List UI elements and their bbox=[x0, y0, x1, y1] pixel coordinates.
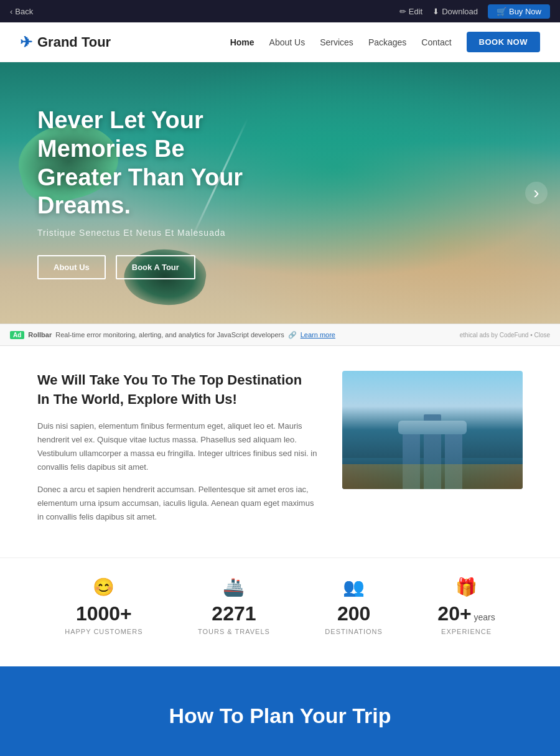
tours-number: 2271 bbox=[198, 602, 270, 625]
plan-section: How To Plan Your Trip ✈ PICK DESTINATION… bbox=[0, 666, 560, 756]
download-icon: ⬇ bbox=[432, 7, 439, 16]
logo-text: Grand Tour bbox=[37, 34, 111, 50]
destinations-label: DESTINATIONS bbox=[325, 628, 382, 635]
about-us-button[interactable]: About Us bbox=[37, 255, 106, 279]
back-arrow-icon: ‹ bbox=[10, 7, 12, 16]
top-bar: ‹ Back ✏ Edit ⬇ Download 🛒 Buy Now bbox=[0, 0, 560, 22]
city-lights bbox=[342, 464, 523, 489]
logo-icon: ✈ bbox=[20, 34, 32, 51]
stat-tours: 🚢 2271 TOURS & TRAVELS bbox=[198, 577, 270, 635]
about-heading-strong: Explore With Us! bbox=[128, 391, 237, 407]
happy-customers-label: HAPPY CUSTOMERS bbox=[65, 628, 142, 635]
hero-section: Never Let Your Memories Be Greater Than … bbox=[0, 62, 560, 324]
nav-about[interactable]: About Us bbox=[269, 37, 306, 47]
plan-title: How To Plan Your Trip bbox=[25, 704, 535, 728]
download-button[interactable]: ⬇ Download bbox=[432, 7, 478, 16]
about-paragraph-1: Duis nisi sapien, elementum finibus ferm… bbox=[37, 419, 317, 474]
stat-happy-customers: 😊 1000+ HAPPY CUSTOMERS bbox=[65, 577, 142, 635]
destinations-icon: 👥 bbox=[325, 577, 382, 597]
book-tour-button[interactable]: Book A Tour bbox=[116, 255, 195, 279]
ad-right-text: ethical ads by CodeFund • Close bbox=[460, 332, 550, 338]
ad-learn-more-link[interactable]: Learn more bbox=[301, 331, 335, 338]
tours-label: TOURS & TRAVELS bbox=[198, 628, 270, 635]
about-text: We Will Take You To The Top Destination … bbox=[37, 371, 317, 533]
edit-icon: ✏ bbox=[399, 7, 406, 16]
about-image bbox=[342, 371, 523, 489]
back-label: Back bbox=[15, 7, 33, 16]
stat-experience: 🎁 20+ years EXPERIENCE bbox=[437, 577, 495, 635]
stats-section: 😊 1000+ HAPPY CUSTOMERS 🚢 2271 TOURS & T… bbox=[0, 558, 560, 666]
experience-number: 20+ years bbox=[437, 602, 495, 625]
hero-subtitle: Tristique Senectus Et Netus Et Malesuada bbox=[37, 228, 274, 238]
about-heading: We Will Take You To The Top Destination … bbox=[37, 371, 317, 409]
buy-now-button[interactable]: 🛒 Buy Now bbox=[488, 4, 550, 19]
happy-customers-number: 1000+ bbox=[65, 602, 142, 625]
experience-icon: 🎁 bbox=[437, 577, 495, 597]
ad-banner: Ad Rollbar Real-time error monitoring, a… bbox=[0, 324, 560, 346]
hero-buttons: About Us Book A Tour bbox=[37, 255, 274, 279]
cart-icon: 🛒 bbox=[497, 7, 506, 16]
ad-text: Real-time error monitoring, alerting, an… bbox=[55, 331, 284, 338]
nav-packages[interactable]: Packages bbox=[368, 37, 406, 47]
ad-link-icon: 🔗 bbox=[288, 331, 297, 339]
ad-badge: Ad bbox=[10, 331, 24, 339]
edit-button[interactable]: ✏ Edit bbox=[399, 7, 422, 16]
back-button[interactable]: ‹ Back bbox=[10, 7, 33, 16]
destinations-number: 200 bbox=[325, 602, 382, 625]
experience-label: EXPERIENCE bbox=[437, 628, 495, 635]
logo: ✈ Grand Tour bbox=[20, 34, 111, 51]
ad-brand: Rollbar bbox=[28, 331, 52, 338]
hero-next-arrow[interactable]: › bbox=[525, 182, 548, 204]
nav-services[interactable]: Services bbox=[320, 37, 353, 47]
about-section: We Will Take You To The Top Destination … bbox=[0, 346, 560, 558]
about-paragraph-2: Donec a arcu et sapien hendrerit accumsa… bbox=[37, 483, 317, 524]
book-now-button[interactable]: BOOK NOW bbox=[467, 32, 540, 52]
happy-customers-icon: 😊 bbox=[65, 577, 142, 597]
navigation: Home About Us Services Packages Contact … bbox=[230, 32, 540, 52]
tours-icon: 🚢 bbox=[198, 577, 270, 597]
hero-title: Never Let Your Memories Be Greater Than … bbox=[37, 106, 274, 220]
nav-home[interactable]: Home bbox=[230, 37, 254, 47]
tower-top bbox=[398, 421, 467, 434]
header: ✈ Grand Tour Home About Us Services Pack… bbox=[0, 22, 560, 62]
nav-contact[interactable]: Contact bbox=[421, 37, 451, 47]
hero-content: Never Let Your Memories Be Greater Than … bbox=[0, 106, 311, 279]
stat-destinations: 👥 200 DESTINATIONS bbox=[325, 577, 382, 635]
